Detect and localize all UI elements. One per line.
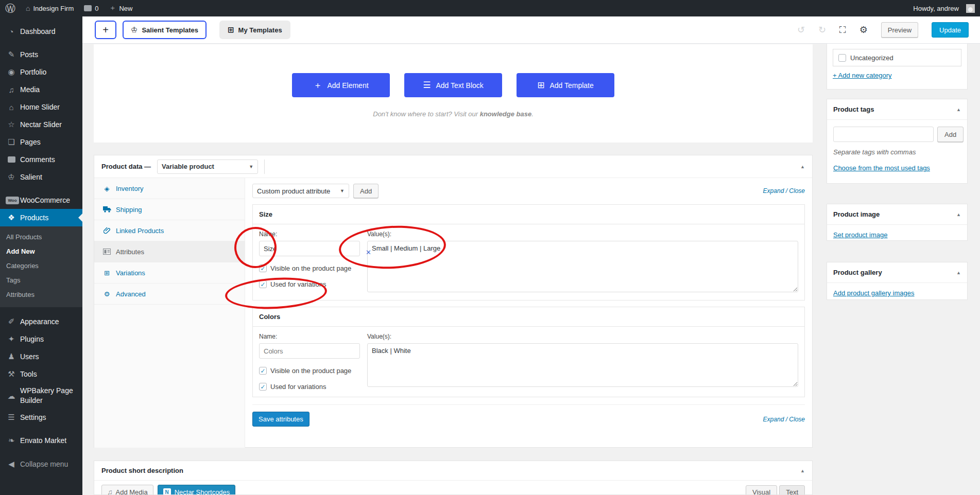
text-tab[interactable]: Text [779, 485, 805, 495]
attribute-values-textarea[interactable]: Black | White [367, 343, 798, 387]
sidebar-item-appearance[interactable]: ✐ Appearance [0, 313, 82, 330]
sidebar-item-portfolio[interactable]: ◉ Portfolio [0, 63, 82, 81]
panel-toggle-icon[interactable]: ▲ [956, 212, 961, 217]
media-icon: ♫ [6, 85, 17, 94]
visible-checkbox[interactable] [259, 367, 267, 375]
products-box-icon: ❖ [6, 213, 17, 222]
salient-templates-button[interactable]: ♔ Salient Templates [123, 21, 207, 39]
tags-input[interactable] [833, 127, 934, 142]
panel-toggle-icon[interactable]: ▲ [800, 164, 805, 169]
sidebar-item-users[interactable]: ♟ Users [0, 348, 82, 365]
save-attributes-button[interactable]: Save attributes [252, 412, 310, 427]
submenu-all-products[interactable]: All Products [0, 230, 82, 244]
text-lines-icon: ☰ [423, 80, 431, 91]
add-element-button[interactable]: ＋ Add Element [292, 73, 390, 97]
fullscreen-icon[interactable]: ⛶ [839, 25, 846, 36]
sidebar-item-products[interactable]: ❖ Products [0, 209, 82, 226]
submenu-attributes[interactable]: Attributes [0, 288, 82, 302]
attribute-select-value: Custom product attribute [257, 187, 330, 195]
category-checkbox[interactable] [838, 54, 846, 62]
sidebar-item-tools[interactable]: ⚒ Tools [0, 365, 82, 383]
visible-checkbox-row[interactable]: Visible on the product page [259, 264, 360, 272]
sidebar-item-envato-market[interactable]: ❧ Envato Market [0, 432, 82, 449]
submenu-tags[interactable]: Tags [0, 273, 82, 288]
sidebar-label: Products [20, 214, 48, 222]
sidebar-item-wpbakery[interactable]: ☁ WPBakery Page Builder [0, 383, 82, 409]
add-new-category-link[interactable]: + Add new category [833, 72, 892, 79]
sidebar-item-woocommerce[interactable]: Woo WooCommerce [0, 191, 82, 209]
sort-handle-icon[interactable]: ✕ [366, 249, 371, 256]
redo-icon[interactable]: ↻ [818, 24, 826, 36]
add-tag-button[interactable]: Add [937, 127, 964, 142]
attribute-type-select[interactable]: Custom product attribute ▼ [252, 184, 349, 198]
undo-icon[interactable]: ↺ [797, 24, 805, 36]
submenu-categories[interactable]: Categories [0, 259, 82, 273]
product-gallery-panel: Product gallery ▲ Add product gallery im… [827, 262, 968, 300]
sidebar-item-pages[interactable]: ❏ Pages [0, 133, 82, 151]
add-media-button[interactable]: ♫ Add Media [101, 485, 153, 495]
sidebar-item-media[interactable]: ♫ Media [0, 81, 82, 98]
truck-icon [102, 206, 111, 213]
sidebar-item-dashboard[interactable]: ◔ Dashboard [0, 23, 82, 40]
collapse-menu-button[interactable]: ◀ Collapse menu [0, 455, 82, 473]
sidebar-item-posts[interactable]: ✎ Posts [0, 46, 82, 63]
variations-label: Used for variations [270, 280, 326, 288]
new-content-menu[interactable]: ＋ New [104, 0, 137, 16]
tab-inventory[interactable]: ◈ Inventory [94, 178, 245, 199]
panel-toggle-icon[interactable]: ▲ [956, 107, 961, 112]
sidebar-item-home-slider[interactable]: ⌂ Home Slider [0, 98, 82, 116]
expand-close-link[interactable]: Expand / Close [763, 416, 805, 423]
paperclip-icon [102, 227, 111, 234]
visual-tab[interactable]: Visual [746, 485, 777, 495]
set-product-image-link[interactable]: Set product image [833, 231, 888, 239]
preview-button[interactable]: Preview [881, 22, 918, 38]
sidebar-item-comments[interactable]: Comments [0, 151, 82, 168]
submenu-add-new[interactable]: Add New [0, 244, 82, 259]
nectar-shortcodes-button[interactable]: N Nectar Shortcodes [158, 485, 236, 495]
panel-toggle-icon[interactable]: ▲ [800, 468, 805, 473]
sidebar-item-salient[interactable]: ♔ Salient [0, 168, 82, 186]
variations-checkbox-row[interactable]: Used for variations [259, 383, 360, 391]
add-attribute-button[interactable]: Add [353, 184, 379, 198]
choose-most-used-tags-link[interactable]: Choose from the most used tags [833, 164, 930, 172]
tab-variations[interactable]: ⊞ Variations [94, 262, 245, 284]
attribute-colors-heading[interactable]: Colors [253, 307, 804, 327]
comments-shortcut[interactable]: 0 [79, 0, 104, 16]
plus-icon: + [102, 24, 109, 36]
sidebar-item-settings[interactable]: ☰ Settings [0, 409, 82, 426]
variations-checkbox[interactable] [259, 383, 267, 391]
panel-toggle-icon[interactable]: ▲ [956, 270, 961, 275]
my-templates-button[interactable]: ⊞ My Templates [219, 21, 290, 39]
variations-checkbox-row[interactable]: Used for variations [259, 280, 360, 288]
update-button[interactable]: Update [932, 22, 969, 38]
products-submenu: All Products Add New Categories Tags Att… [0, 226, 82, 307]
add-product-gallery-images-link[interactable]: Add product gallery images [833, 289, 915, 297]
sidebar-item-nectar-slider[interactable]: ☆ Nectar Slider [0, 116, 82, 133]
visible-checkbox-row[interactable]: Visible on the product page [259, 367, 360, 375]
knowledge-base-link[interactable]: knowledge base [480, 110, 531, 118]
add-text-block-button[interactable]: ☰ Add Text Block [404, 73, 502, 97]
attribute-values-textarea[interactable]: Small | Medium | Large [367, 241, 798, 292]
expand-close-link[interactable]: Expand / Close [763, 187, 805, 195]
product-type-select[interactable]: Variable product ▼ [157, 160, 258, 174]
gear-icon[interactable]: ⚙ [859, 24, 868, 36]
home-slider-icon: ⌂ [6, 103, 17, 112]
account-menu[interactable]: Howdy, andrew [908, 0, 980, 16]
tab-attributes[interactable]: Attributes [94, 241, 245, 262]
visible-checkbox[interactable] [259, 264, 267, 272]
attribute-name-input[interactable] [259, 343, 360, 359]
site-name-link[interactable]: ⌂ Indesign Firm [21, 0, 79, 16]
attribute-size-heading[interactable]: Size [253, 205, 804, 224]
add-block-button[interactable]: + [95, 21, 116, 39]
tab-linked-products[interactable]: Linked Products [94, 220, 245, 241]
sidebar-item-plugins[interactable]: ✦ Plugins [0, 330, 82, 348]
variations-checkbox[interactable] [259, 280, 267, 288]
wp-logo-menu[interactable]: Ⓦ [0, 0, 21, 16]
tab-shipping[interactable]: Shipping [94, 199, 245, 220]
tags-hint: Separate tags with commas [827, 142, 967, 156]
tab-label: Shipping [116, 206, 142, 214]
site-name-label: Indesign Firm [33, 5, 74, 12]
add-template-button[interactable]: ⊞ Add Template [517, 73, 614, 97]
attribute-name-input[interactable] [259, 241, 360, 256]
tab-advanced[interactable]: ⚙ Advanced [94, 284, 245, 305]
